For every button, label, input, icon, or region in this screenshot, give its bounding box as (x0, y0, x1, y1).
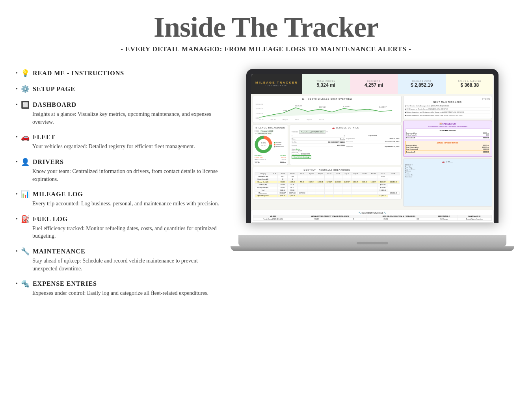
cell (333, 195, 342, 197)
view-btn-label[interactable]: View Vehicle Details ▶ (292, 155, 311, 159)
svg-text:1,000.00: 1,000.00 (255, 113, 263, 114)
mileage-desc: Every trip accounted: Log business, pers… (32, 200, 221, 208)
cell: 4,241 (278, 175, 288, 178)
reg-label: Registration (346, 138, 355, 140)
cell (342, 186, 351, 189)
legend-maintenance: Maintenance (274, 146, 284, 147)
person-icon: 👤 (21, 158, 30, 166)
cell: 2,538.56 (278, 189, 288, 192)
cell (378, 192, 388, 195)
cell (307, 178, 316, 181)
cell (297, 186, 307, 189)
ins-value: INS-123456789 (301, 153, 311, 155)
cell (271, 192, 278, 195)
cell (369, 186, 378, 189)
deduction2-val: 4,800.00 (483, 151, 489, 153)
calculator-card: 🧮 CALCULATOR(Choose which method offers … (403, 121, 493, 157)
cell (325, 178, 333, 181)
col-apr: Apr 24 (307, 173, 316, 175)
page-title: Inside The Tracker (154, 12, 378, 43)
cell: 2,674.90 (333, 181, 342, 184)
drivers-desc: Know your team: Centralized information … (32, 168, 221, 183)
maintenance-desc: Stay ahead of upkeep: Schedule and recor… (32, 257, 221, 272)
stat-value: 4,257 mi (365, 82, 383, 88)
col-may: May 24 (316, 173, 325, 175)
cell (316, 195, 325, 197)
col-manual: MANUAL ENTRIES (PRIORITY) TOTAL MI | TOT… (293, 215, 367, 218)
cell (271, 195, 278, 197)
grid-icon: 🔲 (21, 101, 30, 109)
cell: 5,324 (378, 175, 388, 178)
dashboard-desc: Insights at a glance: Visualize key metr… (32, 110, 221, 126)
personal-legend-label: Personal (276, 144, 281, 145)
table-row: Mileage Cost (All) 974.00 2,845.47 725.6… (255, 181, 400, 184)
bullet: • (16, 248, 18, 255)
cell (307, 175, 316, 178)
cell (325, 192, 333, 195)
vehicle-selector: VEHICLE Toyota Camry (2020) ABC-1234 ▼ (292, 130, 400, 134)
col-maint2: MAINTENANCE #2 (457, 215, 491, 218)
cell (316, 178, 325, 181)
actual-method: ACTUAL EXPENSE METHOD Business Miles 6,0… (405, 141, 491, 154)
cell: Toll Fees (All) (255, 184, 271, 186)
cell (271, 178, 278, 181)
cell (369, 195, 378, 197)
maint-miles: 382 mi (281, 158, 286, 160)
cell: Driven Hours (All) (255, 178, 271, 181)
list-item-dashboard: • 🔲 DASHBOARD Insights at a glance: Visu… (16, 101, 221, 126)
business-dot (274, 142, 275, 143)
calc-deduction: Deduction $ 4,020.00 (406, 136, 489, 139)
svg-text:Nov 24: Nov 24 (319, 119, 324, 121)
logo-title: MILEAGE TRACKER (255, 81, 298, 84)
odometer-value: 25,000 (298, 150, 303, 152)
calc-row: Total Expenses $ 8,000.00 (406, 148, 489, 150)
by-date-label: BY DATE (405, 98, 491, 100)
label-make: Make (292, 138, 296, 140)
bullet: • (16, 70, 18, 76)
maintenance-legend-label: Maintenance (276, 146, 284, 147)
cell: 25,891 (367, 218, 405, 221)
cell (333, 189, 342, 192)
vd-title: 🚗 VEHICLE DETAILS (292, 127, 400, 129)
vd-left: #1 MakeToyota Vin No.1JHG2B652WY112456 L… (292, 134, 345, 158)
stat-total-driven: TOTAL DRIVEN 5,324 mi (302, 74, 350, 94)
vd-right: Expirations RegistrationJune 15, 2024 In… (346, 134, 400, 158)
cell (325, 186, 333, 189)
cell (351, 178, 360, 181)
dash-logo: MILEAGE TRACKER -DASHBOARD- (251, 74, 302, 94)
cell (342, 175, 351, 178)
cell: 54.28 (288, 184, 298, 186)
dropdown-icon[interactable]: ▼ (326, 131, 328, 133)
status-row: Status Active Odometer 25,000 Hours 833 … (292, 149, 345, 155)
cell: 10,790.50 (297, 192, 307, 195)
cell (297, 178, 307, 181)
driver-info: DRIVER ▼ Total Trips Total mi Driven Add… (405, 164, 491, 178)
maint-item-2: ▶ Oil Changes for Toyota Camry (2020) AB… (405, 108, 491, 111)
cell: 1,876.27 (325, 181, 333, 184)
cell: 974.00 (278, 181, 288, 184)
laptop-screen-outer: MILEAGE TRACKER -DASHBOARD- TOTAL DRIVEN… (246, 69, 499, 223)
page-wrapper: Inside The Tracker - EVERY DETAIL MANAGE… (0, 0, 532, 304)
reg-date: June 15, 2024 (389, 138, 399, 140)
cell: Parking Fees (All) (255, 186, 271, 189)
cell: $ 22,456.59 (388, 181, 399, 184)
cell (333, 192, 342, 195)
deduction2-label: Deduction $ (406, 151, 415, 153)
setup-title: SETUP PAGE (33, 86, 75, 93)
driver-expiration: Expiration (405, 176, 491, 178)
fleet-desc: Your vehicles organized: Detailed regist… (32, 143, 221, 151)
col-feb: Feb 24 (288, 173, 298, 175)
cell: $ 219.44 (378, 186, 388, 189)
ins2-date: December 28, 2024 (385, 141, 399, 143)
cell (271, 186, 278, 189)
svg-text:3,000.00: 3,000.00 (255, 104, 263, 105)
maintenance-title: MAINTENANCE (33, 248, 86, 255)
cell (351, 192, 360, 195)
cell (351, 189, 360, 192)
cell (342, 184, 351, 186)
cell: 3,759.39 (288, 195, 298, 197)
fuel-desc: Fuel efficiency tracked: Monitor refueli… (32, 225, 221, 240)
value-num: 1 (344, 135, 345, 137)
cell (307, 189, 316, 192)
view-details-btn[interactable]: View Vehicle Details ▶ (292, 156, 345, 158)
